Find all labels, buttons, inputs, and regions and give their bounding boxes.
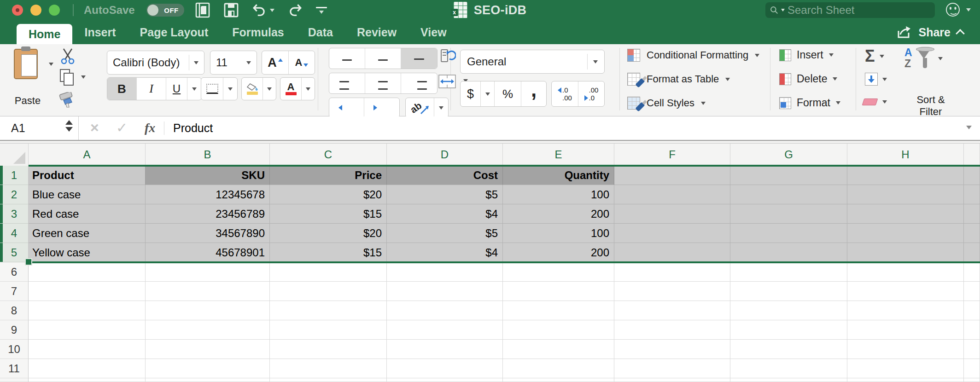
cell[interactable]: [964, 320, 980, 340]
borders-button[interactable]: [201, 78, 223, 100]
cell[interactable]: [29, 282, 146, 301]
cell[interactable]: 100: [503, 185, 614, 204]
formula-bar-value[interactable]: Product: [173, 116, 213, 140]
save-icon[interactable]: [224, 3, 239, 17]
currency-dropdown-icon[interactable]: [481, 81, 495, 106]
cell[interactable]: [847, 340, 964, 359]
tab-home[interactable]: Home: [17, 24, 72, 44]
cell[interactable]: [387, 359, 503, 378]
cell[interactable]: [847, 378, 964, 382]
minimize-window-button[interactable]: [30, 5, 41, 16]
cell[interactable]: $15: [270, 204, 387, 224]
underline-dropdown-icon[interactable]: [187, 78, 201, 100]
font-color-button[interactable]: A: [280, 78, 302, 100]
format-cells-button[interactable]: Format: [779, 97, 840, 109]
cell[interactable]: [730, 340, 847, 359]
column-header[interactable]: F: [614, 144, 730, 166]
cell[interactable]: [270, 320, 387, 340]
tab-review[interactable]: Review: [345, 20, 408, 44]
cell[interactable]: [387, 282, 503, 301]
cell[interactable]: [387, 262, 503, 282]
cell[interactable]: Yellow case: [29, 243, 146, 262]
cell[interactable]: [614, 185, 730, 204]
cell[interactable]: [270, 378, 387, 382]
cell[interactable]: [387, 301, 503, 320]
cell[interactable]: $20: [270, 224, 387, 243]
wrap-text-icon[interactable]: [440, 49, 456, 64]
orientation-button[interactable]: ab: [406, 98, 434, 117]
cell[interactable]: [964, 378, 980, 382]
autosave-toggle[interactable]: OFF: [146, 4, 184, 17]
format-as-table-button[interactable]: Format as Table: [627, 73, 730, 86]
fill-color-dropdown-icon[interactable]: [263, 78, 276, 100]
cell[interactable]: [614, 301, 730, 320]
cell[interactable]: [614, 359, 730, 378]
cell[interactable]: [503, 378, 614, 382]
expand-formula-bar-icon[interactable]: [966, 126, 972, 129]
cell[interactable]: 23456789: [146, 204, 270, 224]
cell[interactable]: $5: [387, 185, 503, 204]
shrink-font-button[interactable]: A: [289, 51, 315, 74]
cell-styles-button[interactable]: Cell Styles: [627, 97, 706, 110]
redo-icon[interactable]: [288, 3, 302, 17]
cell[interactable]: [964, 166, 980, 185]
align-top-button[interactable]: [329, 48, 365, 69]
cell[interactable]: [387, 320, 503, 340]
increase-indent-button[interactable]: [364, 98, 399, 117]
cell[interactable]: [614, 378, 730, 382]
cell[interactable]: [847, 166, 964, 185]
cell[interactable]: [964, 204, 980, 224]
row-header[interactable]: 2: [0, 185, 29, 204]
tab-insert[interactable]: Insert: [72, 20, 128, 44]
cell[interactable]: [614, 224, 730, 243]
column-header[interactable]: D: [387, 144, 503, 166]
cell[interactable]: Product: [29, 166, 146, 185]
cell[interactable]: [503, 282, 614, 301]
copy-dropdown-icon[interactable]: [81, 75, 86, 79]
cell[interactable]: [503, 340, 614, 359]
tab-view[interactable]: View: [408, 20, 459, 44]
tab-page-layout[interactable]: Page Layout: [128, 20, 221, 44]
cell[interactable]: [270, 301, 387, 320]
cell[interactable]: [964, 262, 980, 282]
cell[interactable]: [387, 340, 503, 359]
cell[interactable]: $20: [270, 185, 387, 204]
cell[interactable]: SKU: [146, 166, 270, 185]
cell[interactable]: [730, 359, 847, 378]
cell[interactable]: Green case: [29, 224, 146, 243]
cell[interactable]: [964, 185, 980, 204]
cell[interactable]: [964, 359, 980, 378]
cell[interactable]: [964, 243, 980, 262]
row-header[interactable]: 3: [0, 204, 29, 224]
cell[interactable]: [29, 301, 146, 320]
cell[interactable]: $4: [387, 243, 503, 262]
cell[interactable]: [146, 340, 270, 359]
insert-function-icon[interactable]: fx: [145, 116, 155, 140]
percent-button[interactable]: %: [495, 81, 521, 106]
cell[interactable]: [847, 359, 964, 378]
cell[interactable]: [847, 320, 964, 340]
grow-font-button[interactable]: A: [262, 51, 289, 74]
cell[interactable]: 100: [503, 224, 614, 243]
row-header[interactable]: 5: [0, 243, 29, 262]
cell[interactable]: [29, 262, 146, 282]
align-right-button[interactable]: [401, 73, 437, 93]
cancel-entry-icon[interactable]: ×: [90, 116, 99, 140]
column-header[interactable]: A: [29, 144, 146, 166]
conditional-formatting-button[interactable]: Conditional Formatting: [627, 49, 759, 62]
paste-button[interactable]: [14, 49, 38, 79]
align-middle-button[interactable]: [365, 48, 401, 69]
cell[interactable]: Quantity: [503, 166, 614, 185]
italic-button[interactable]: I: [137, 78, 166, 100]
cell[interactable]: [730, 243, 847, 262]
column-header[interactable]: G: [730, 144, 847, 166]
cell[interactable]: 34567890: [146, 224, 270, 243]
search-input[interactable]: [788, 4, 930, 17]
orientation-dropdown-icon[interactable]: [434, 98, 448, 117]
cell[interactable]: Red case: [29, 204, 146, 224]
undo-dropdown-icon[interactable]: [270, 9, 274, 12]
row-header[interactable]: 7: [0, 282, 29, 301]
align-center-button[interactable]: [365, 73, 401, 93]
cell[interactable]: [730, 262, 847, 282]
cell[interactable]: [503, 262, 614, 282]
